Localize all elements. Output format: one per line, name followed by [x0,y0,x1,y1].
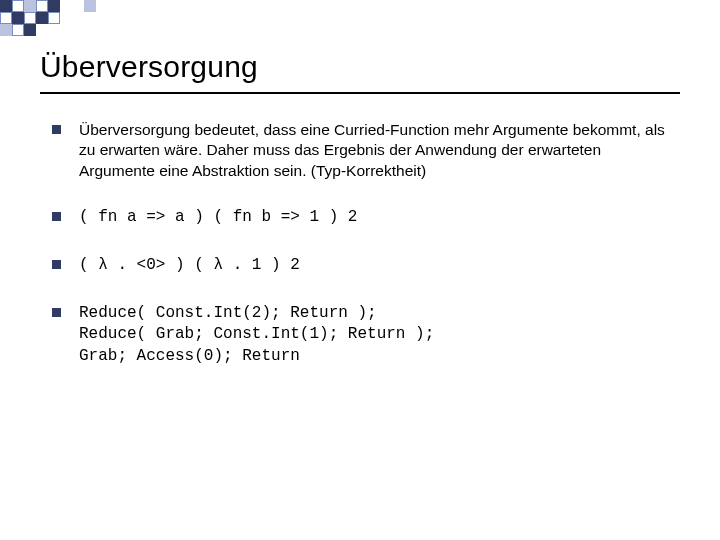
deco-square [12,12,24,24]
bullet-icon [52,125,61,134]
deco-square [12,0,24,12]
bullet-icon [52,212,61,221]
list-item-code: ( λ . <0> ) ( λ . 1 ) 2 [79,255,300,277]
list-item-code: ( fn a => a ) ( fn b => 1 ) 2 [79,207,357,229]
slide-title: Überversorgung [40,50,680,84]
list-item-text: Überversorgung bedeutet, dass eine Curri… [79,120,676,181]
deco-square [48,0,60,12]
list-item: ( fn a => a ) ( fn b => 1 ) 2 [52,207,676,229]
list-item: Überversorgung bedeutet, dass eine Curri… [52,120,676,181]
bullet-icon [52,260,61,269]
list-item: Reduce( Const.Int(2); Return ); Reduce( … [52,303,676,368]
corner-decoration [0,0,720,40]
title-rule [40,92,680,94]
deco-square [0,24,12,36]
deco-square [0,0,12,12]
deco-square [0,12,12,24]
slide: Überversorgung Überversorgung bedeutet, … [0,0,720,540]
deco-square [12,24,24,36]
list-item-code: Reduce( Const.Int(2); Return ); Reduce( … [79,303,434,368]
list-item: ( λ . <0> ) ( λ . 1 ) 2 [52,255,676,277]
deco-square [24,0,36,12]
deco-square [84,0,96,12]
deco-square [72,0,84,12]
deco-square [24,12,36,24]
content-area: Überversorgung bedeutet, dass eine Curri… [52,120,676,367]
deco-square [36,0,48,12]
deco-square [48,12,60,24]
bullet-icon [52,308,61,317]
deco-square [60,0,72,12]
title-block: Überversorgung [40,50,680,94]
deco-square [24,24,36,36]
deco-square [36,12,48,24]
